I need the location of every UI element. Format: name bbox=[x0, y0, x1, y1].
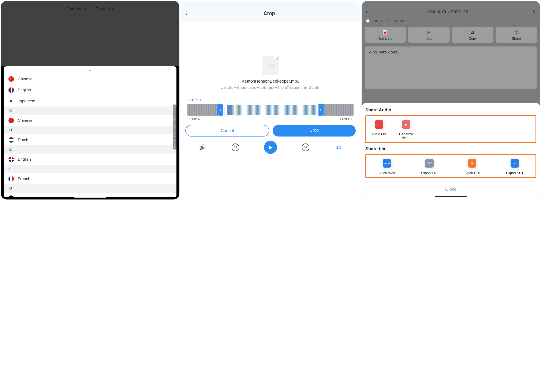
export-txt-option[interactable]: TXTExport TXT bbox=[411, 157, 448, 175]
language-row-japanese[interactable]: Japanese bbox=[4, 95, 177, 106]
language-row-chinese[interactable]: Chinese bbox=[4, 115, 177, 126]
index-letter[interactable]: # bbox=[173, 105, 177, 108]
home-indicator bbox=[74, 197, 106, 198]
header: ‹ Crop bbox=[181, 1, 360, 22]
action-label: Share bbox=[497, 37, 536, 41]
export-word-option[interactable]: WordExport Word bbox=[368, 157, 406, 175]
current-time-label: 00:01:19 bbox=[187, 98, 353, 102]
filename-label: KeatonHensonBeekeeper.mp3 bbox=[187, 79, 353, 84]
language-row-chinese[interactable]: Chinese bbox=[4, 73, 177, 84]
cancel-button[interactable]: Cancel bbox=[185, 125, 269, 136]
translate-icon: 🀄 bbox=[366, 30, 405, 36]
waveform-track[interactable]: ‹ › bbox=[187, 104, 353, 115]
pdf-icon: P bbox=[468, 159, 476, 167]
index-letter[interactable]: F bbox=[173, 119, 177, 122]
share-sheet-screen: ‹ VideotoText2022122... ✎ 🕒 00:01:02 🅃 1… bbox=[362, 1, 540, 199]
selection-range[interactable]: ‹ › bbox=[218, 104, 324, 115]
flag-germany-icon bbox=[8, 195, 14, 197]
translate-action[interactable]: 🀄Translate bbox=[364, 27, 406, 43]
selection-handle-right[interactable]: › bbox=[318, 104, 323, 115]
audio-file-option[interactable]: ♪Audio File bbox=[368, 118, 390, 140]
language-row-dutch[interactable]: Dutch bbox=[4, 134, 177, 145]
section-header-c: C bbox=[4, 106, 177, 115]
export-pdf-option[interactable]: PExport PDF bbox=[453, 157, 491, 175]
action-label: Translate bbox=[366, 37, 405, 41]
generate-video-option[interactable]: ▶Generate Video bbox=[395, 118, 417, 140]
index-letter[interactable]: E bbox=[173, 115, 177, 119]
playback-speed-button[interactable]: 1x bbox=[334, 143, 343, 152]
export-srt-option[interactable]: ≡Export SRT bbox=[496, 157, 533, 175]
flag-uk-icon bbox=[8, 87, 14, 93]
index-letter[interactable]: C bbox=[173, 108, 177, 112]
srt-icon: ≡ bbox=[510, 159, 519, 167]
audio-file-icon: ♪ bbox=[375, 120, 383, 129]
page-title: Crop bbox=[183, 10, 356, 16]
share-text-title: Share text bbox=[365, 146, 536, 151]
crop-button[interactable]: Crop bbox=[273, 125, 356, 136]
section-header-d: D bbox=[4, 126, 177, 134]
index-letter[interactable]: S bbox=[173, 142, 177, 146]
language-label: English bbox=[18, 88, 31, 92]
share-action[interactable]: ⇪Share bbox=[496, 27, 537, 43]
share-sheet: Share Audio ♪Audio File ▶Generate Video … bbox=[362, 103, 540, 199]
flag-china-icon bbox=[8, 76, 14, 82]
language-label: Chinese bbox=[18, 77, 32, 81]
file-preview: ıılıı KeatonHensonBeekeeper.mp3 Cropping… bbox=[181, 22, 360, 98]
share-icon: ⇪ bbox=[497, 30, 536, 36]
copy-action[interactable]: ⧉Copy bbox=[452, 27, 494, 43]
skip-seconds-label: 10 bbox=[234, 146, 237, 149]
action-label: Cut bbox=[409, 37, 448, 41]
audio-file-icon: ıılıı bbox=[262, 56, 279, 75]
flag-china-icon bbox=[8, 118, 14, 123]
txt-icon: TXT bbox=[425, 159, 434, 167]
index-letter[interactable]: R bbox=[173, 139, 177, 142]
index-letter[interactable]: I bbox=[173, 125, 177, 129]
speaker-icon[interactable]: 🔊 bbox=[198, 143, 207, 152]
index-letter[interactable]: P bbox=[173, 136, 177, 139]
crop-audio-screen: ‹ Crop ıılıı KeatonHensonBeekeeper.mp3 C… bbox=[181, 1, 360, 199]
option-label: Export Word bbox=[368, 171, 406, 175]
play-button[interactable]: ▶ bbox=[264, 141, 277, 154]
word-icon: Word bbox=[383, 159, 391, 167]
language-label: Dutch bbox=[18, 138, 28, 142]
option-label: Audio File bbox=[368, 132, 390, 136]
hint-text: Cropping will generate new audio and wil… bbox=[187, 85, 353, 90]
forward-10-button[interactable]: 10 bbox=[302, 143, 309, 151]
back-icon[interactable]: ‹ bbox=[366, 9, 368, 15]
language-row-english[interactable]: English bbox=[4, 154, 177, 165]
index-letter[interactable]: T bbox=[173, 146, 177, 149]
video-icon: ▶ bbox=[402, 120, 410, 129]
close-button[interactable]: Close bbox=[365, 181, 536, 195]
share-audio-title: Share Audio bbox=[365, 107, 536, 112]
option-label: Export PDF bbox=[453, 171, 491, 175]
alpha-index-bar[interactable]: #CDEFGIJKPRST bbox=[173, 105, 177, 150]
duration-label: 🕒 00:01:02 bbox=[366, 19, 383, 23]
option-label: Export TXT bbox=[411, 171, 448, 175]
share-text-group: WordExport Word TXTExport TXT PExport PD… bbox=[365, 154, 536, 178]
index-letter[interactable]: J bbox=[173, 129, 177, 132]
timeline: 00:01:19 ‹ › 00:00:57 00:03:08 bbox=[181, 98, 360, 121]
playhead[interactable] bbox=[237, 104, 238, 115]
language-label: Japanese bbox=[18, 99, 35, 103]
action-label: Copy bbox=[453, 37, 492, 41]
index-letter[interactable]: G bbox=[173, 122, 177, 125]
language-row-english[interactable]: English bbox=[4, 84, 177, 95]
selection-end-label: 00:03:08 bbox=[340, 117, 353, 121]
cut-action[interactable]: ✂Cut bbox=[408, 27, 450, 43]
page-title: VideotoText2022122... bbox=[368, 9, 532, 14]
transcript-panel: Who. Why don't. bbox=[365, 47, 537, 89]
rewind-10-button[interactable]: 10 bbox=[232, 143, 239, 151]
collapse-sheet-icon[interactable]: ⌄ bbox=[4, 66, 177, 73]
section-header-f: F bbox=[4, 165, 177, 173]
language-label: English bbox=[18, 157, 31, 162]
language-picker-screen: ‹ Chinese ▼ ⇄ English ▼ ⌄ Chinese Englis… bbox=[1, 1, 179, 199]
flag-japan-icon bbox=[8, 98, 14, 104]
edit-icon[interactable]: ✎ bbox=[532, 9, 536, 14]
flag-netherlands-icon bbox=[8, 137, 14, 143]
index-letter[interactable]: D bbox=[173, 112, 177, 115]
language-row-french[interactable]: French bbox=[4, 173, 177, 184]
index-letter[interactable]: K bbox=[173, 132, 177, 136]
selection-handle-left[interactable]: ‹ bbox=[218, 104, 223, 115]
letter-count-label: 🅃 13 letters bbox=[387, 19, 404, 23]
skip-seconds-label: 10 bbox=[304, 146, 307, 149]
